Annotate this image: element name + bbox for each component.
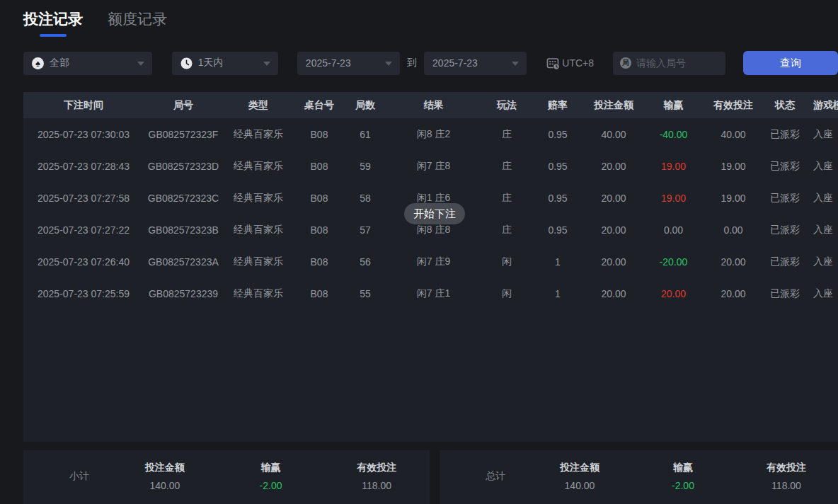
stat-title: 有效投注 [323, 462, 430, 474]
cell-round: 56 [345, 246, 386, 277]
table-header-row: 下注时间局号类型桌台号局数结果玩法赔率投注金额输赢有效投注状态游戏模式 [23, 92, 838, 118]
column-header-round_id: 局号 [144, 92, 223, 118]
cell-mode: 入座 [806, 150, 838, 182]
cell-result: 闲8 庄2 [386, 118, 481, 150]
cell-time: 2025-07-23 07:27:22 [23, 214, 144, 246]
stat-title: 输赢 [631, 462, 735, 474]
cell-table_no: B08 [294, 214, 345, 246]
tab-quota-records[interactable]: 额度记录 [108, 9, 167, 37]
summary-stat: 有效投注118.00 [735, 462, 838, 491]
summary-label: 小计 [69, 470, 112, 483]
cell-win_loss: 19.00 [644, 182, 703, 214]
round-number-icon: 局 [620, 57, 631, 69]
cell-round_id: GB082572323A [144, 246, 223, 277]
chevron-down-icon [512, 62, 519, 66]
cell-time: 2025-07-23 07:25:59 [23, 277, 144, 309]
cell-mode: 入座 [806, 277, 838, 309]
cell-odds: 1 [532, 277, 583, 309]
round-number-field[interactable]: 局 [613, 52, 725, 75]
column-header-round: 局数 [345, 92, 386, 118]
cell-bet: 20.00 [583, 150, 644, 182]
cell-valid_bet: 20.00 [703, 277, 764, 309]
cell-bet: 40.00 [583, 118, 644, 150]
cell-valid_bet: 40.00 [703, 118, 764, 150]
cell-type: 经典百家乐 [223, 214, 294, 246]
cell-table_no: B08 [294, 118, 345, 150]
table-row: 2025-07-23 07:28:43GB082572323D经典百家乐B085… [23, 150, 838, 182]
cell-odds: 1 [532, 246, 583, 277]
cell-play: 闲 [481, 246, 532, 277]
search-button[interactable]: 查询 [743, 51, 838, 75]
cell-play: 庄 [481, 214, 532, 246]
cell-play: 庄 [481, 182, 532, 214]
column-header-bet: 投注金额 [583, 92, 644, 118]
cell-round: 58 [345, 182, 386, 214]
cell-valid_bet: 0.00 [703, 214, 764, 246]
column-header-time: 下注时间 [23, 92, 144, 118]
timezone-indicator: UTC+8 [546, 57, 594, 70]
cell-play: 闲 [481, 277, 532, 309]
total-card: 总计投注金额140.00输赢-2.00有效投注118.00 [440, 450, 838, 504]
time-range-value: 1天内 [198, 57, 224, 69]
cell-type: 经典百家乐 [223, 246, 294, 277]
cell-win_loss: 0.00 [644, 214, 703, 246]
chevron-down-icon [263, 62, 270, 66]
clock-circle-icon [180, 57, 193, 69]
summary-section: 小计投注金额140.00输赢-2.00有效投注118.00总计投注金额140.0… [23, 450, 838, 504]
tab-betting-records[interactable]: 投注记录 [23, 9, 83, 37]
cell-type: 经典百家乐 [223, 182, 294, 214]
cell-odds: 0.95 [532, 118, 583, 150]
time-range-select[interactable]: 1天内 [172, 52, 278, 75]
tab-bar: 投注记录 额度记录 [0, 0, 838, 37]
cell-status: 已派彩 [764, 150, 806, 182]
round-number-input[interactable] [636, 57, 718, 69]
cell-result: 闲7 庄9 [386, 246, 481, 277]
stat-value: 140.00 [528, 480, 631, 491]
cell-play: 庄 [481, 118, 532, 150]
stat-value: 118.00 [323, 480, 430, 491]
cell-status: 已派彩 [764, 214, 806, 246]
stat-title: 有效投注 [735, 462, 838, 474]
date-from-value: 2025-7-23 [306, 57, 351, 69]
cell-round: 61 [345, 118, 386, 150]
filter-bar: ♠ 全部 1天内 2025-7-23 到 2025-7-23 [0, 51, 838, 75]
date-range-to-label: 到 [407, 57, 417, 69]
timezone-label: UTC+8 [562, 57, 594, 69]
cell-win_loss: 19.00 [644, 150, 703, 182]
cell-bet: 20.00 [583, 214, 644, 246]
cell-status: 已派彩 [764, 118, 806, 150]
game-type-select[interactable]: ♠ 全部 [23, 52, 152, 75]
cell-odds: 0.95 [532, 182, 583, 214]
cell-round: 57 [345, 214, 386, 246]
date-from-select[interactable]: 2025-7-23 [297, 52, 400, 75]
cell-type: 经典百家乐 [223, 150, 294, 182]
summary-stat: 投注金额140.00 [112, 462, 218, 491]
cell-mode: 入座 [806, 246, 838, 277]
table-row: 2025-07-23 07:26:40GB082572323A经典百家乐B085… [23, 246, 838, 277]
stat-value: -2.00 [631, 480, 735, 491]
stat-value: 140.00 [112, 480, 218, 491]
cell-time: 2025-07-23 07:26:40 [23, 246, 144, 277]
date-to-select[interactable]: 2025-7-23 [424, 52, 527, 75]
cell-valid_bet: 20.00 [703, 246, 764, 277]
cell-bet: 20.00 [583, 182, 644, 214]
cell-odds: 0.95 [532, 214, 583, 246]
cell-round_id: GB082572323C [144, 182, 223, 214]
column-header-valid_bet: 有效投注 [703, 92, 764, 118]
cell-table_no: B08 [294, 277, 345, 309]
cell-mode: 入座 [806, 214, 838, 246]
summary-stat: 输赢-2.00 [631, 462, 735, 491]
cell-time: 2025-07-23 07:30:03 [23, 118, 144, 150]
tab-label: 投注记录 [23, 11, 83, 27]
spade-circle-icon: ♠ [32, 57, 44, 69]
column-header-play: 玩法 [481, 92, 532, 118]
summary-label: 总计 [486, 470, 528, 483]
records-table-panel: 下注时间局号类型桌台号局数结果玩法赔率投注金额输赢有效投注状态游戏模式 2025… [23, 92, 838, 442]
cell-win_loss: -40.00 [644, 118, 703, 150]
stat-title: 投注金额 [112, 462, 218, 474]
cell-status: 已派彩 [764, 277, 806, 309]
active-tab-underline [40, 34, 67, 37]
table-row: 2025-07-23 07:30:03GB082572323F经典百家乐B086… [23, 118, 838, 150]
cell-result: 闲7 庄1 [386, 277, 481, 309]
cell-table_no: B08 [294, 182, 345, 214]
